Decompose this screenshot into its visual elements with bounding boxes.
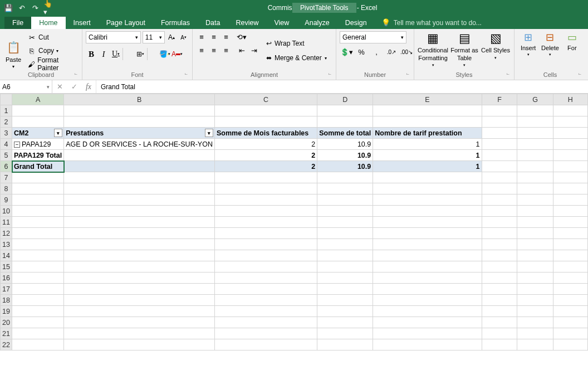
decrease-decimal-button[interactable]: .00↘ [400, 46, 413, 58]
cell[interactable] [64, 339, 215, 351]
cell[interactable] [553, 328, 587, 339]
pivot-col-header[interactable]: Somme de Mois facturables [214, 128, 317, 139]
cell[interactable] [12, 272, 64, 284]
cancel-formula-button[interactable]: ✕ [52, 82, 67, 91]
fill-color-button[interactable]: 🪣▾ [159, 48, 170, 60]
cell[interactable] [373, 194, 482, 206]
cell[interactable] [317, 339, 373, 351]
cell[interactable] [553, 261, 587, 272]
cell[interactable] [482, 217, 517, 228]
cell[interactable] [482, 261, 517, 272]
underline-button[interactable]: U▾ [110, 48, 121, 60]
cell[interactable] [373, 116, 482, 128]
cell[interactable] [64, 239, 215, 250]
name-box[interactable]: A6▾ [0, 80, 52, 93]
italic-button[interactable]: I [98, 48, 109, 60]
cell[interactable] [214, 295, 317, 306]
cell[interactable] [482, 172, 517, 183]
cell[interactable] [517, 317, 553, 328]
cell[interactable] [64, 228, 215, 239]
cell[interactable] [553, 139, 587, 150]
cell[interactable] [373, 328, 482, 339]
touch-mode-icon[interactable]: 👆▾ [43, 3, 53, 13]
cell[interactable] [517, 105, 553, 116]
cell[interactable] [317, 217, 373, 228]
cell[interactable] [214, 250, 317, 261]
cell[interactable] [517, 161, 553, 172]
tell-me-search[interactable]: 💡 Tell me what you want to do... [381, 18, 482, 29]
cell[interactable] [214, 228, 317, 239]
row-header[interactable]: 3 [1, 128, 12, 139]
pivot-row-item[interactable]: −PAPA129 [12, 139, 64, 150]
tab-file[interactable]: File [4, 17, 31, 29]
row-header[interactable]: 11 [1, 217, 12, 228]
cell[interactable] [64, 250, 215, 261]
cell[interactable] [553, 295, 587, 306]
row-header[interactable]: 13 [1, 239, 12, 250]
copy-button[interactable]: ⎘Copy ▾ [26, 45, 79, 57]
cell[interactable] [553, 116, 587, 128]
cell[interactable] [373, 250, 482, 261]
cell[interactable] [373, 272, 482, 284]
cell[interactable] [317, 172, 373, 183]
cell[interactable] [12, 172, 64, 183]
row-header[interactable]: 18 [1, 295, 12, 306]
cell[interactable] [482, 161, 517, 172]
cell[interactable] [214, 261, 317, 272]
cell[interactable] [373, 306, 482, 317]
col-header-A[interactable]: A [12, 94, 64, 105]
cell[interactable]: 2 [214, 139, 317, 150]
cell[interactable] [373, 317, 482, 328]
cut-button[interactable]: ✂Cut [26, 31, 79, 43]
col-header-H[interactable]: H [553, 94, 587, 105]
cell[interactable] [517, 206, 553, 217]
formula-input[interactable]: Grand Total [96, 80, 588, 93]
cell[interactable] [64, 172, 215, 183]
select-all-corner[interactable] [1, 94, 12, 105]
cell[interactable] [64, 161, 215, 172]
format-as-table-button[interactable]: ▤ Format as Table▾ [449, 31, 479, 70]
cell[interactable] [517, 295, 553, 306]
cell[interactable] [482, 150, 517, 161]
cell-styles-button[interactable]: ▧ Cell Styles▾ [481, 31, 511, 70]
cell[interactable] [517, 172, 553, 183]
align-middle-button[interactable]: ≡ [208, 31, 219, 42]
tab-review[interactable]: Review [228, 17, 266, 29]
row-header[interactable]: 14 [1, 250, 12, 261]
cell[interactable] [12, 284, 64, 295]
cell[interactable] [214, 183, 317, 194]
font-size-select[interactable]: 11▾ [143, 31, 165, 43]
align-bottom-button[interactable]: ≡ [220, 31, 232, 42]
tab-design[interactable]: Design [337, 17, 375, 29]
cell[interactable] [373, 172, 482, 183]
currency-button[interactable]: 💲▾ [340, 46, 353, 58]
collapse-icon[interactable]: − [14, 142, 20, 148]
tab-analyze[interactable]: Analyze [297, 17, 337, 29]
col-header-C[interactable]: C [214, 94, 317, 105]
row-header[interactable]: 8 [1, 183, 12, 194]
align-center-button[interactable]: ≡ [208, 45, 219, 56]
merge-center-button[interactable]: ⬌Merge & Center ▾ [266, 52, 327, 64]
row-header[interactable]: 4 [1, 139, 12, 150]
cell[interactable] [317, 206, 373, 217]
cell[interactable] [214, 284, 317, 295]
undo-icon[interactable]: ↶ [17, 3, 27, 13]
increase-decimal-button[interactable]: .0↗ [385, 46, 398, 58]
row-header[interactable]: 7 [1, 172, 12, 183]
pivot-col-header[interactable]: Nombre de tarif prestation [373, 128, 482, 139]
cell[interactable] [482, 183, 517, 194]
cell[interactable] [214, 339, 317, 351]
cell[interactable] [553, 183, 587, 194]
pivot-subtotal[interactable]: PAPA129 Total [12, 150, 64, 161]
col-header-B[interactable]: B [64, 94, 215, 105]
cell[interactable] [553, 161, 587, 172]
cell[interactable] [517, 116, 553, 128]
cell[interactable] [517, 239, 553, 250]
cell[interactable] [553, 228, 587, 239]
redo-icon[interactable]: ↷ [30, 3, 40, 13]
paste-button[interactable]: 📋 Paste ▾ [3, 31, 23, 70]
cell[interactable] [317, 228, 373, 239]
cell[interactable] [373, 339, 482, 351]
cell[interactable] [214, 116, 317, 128]
cell[interactable] [517, 339, 553, 351]
